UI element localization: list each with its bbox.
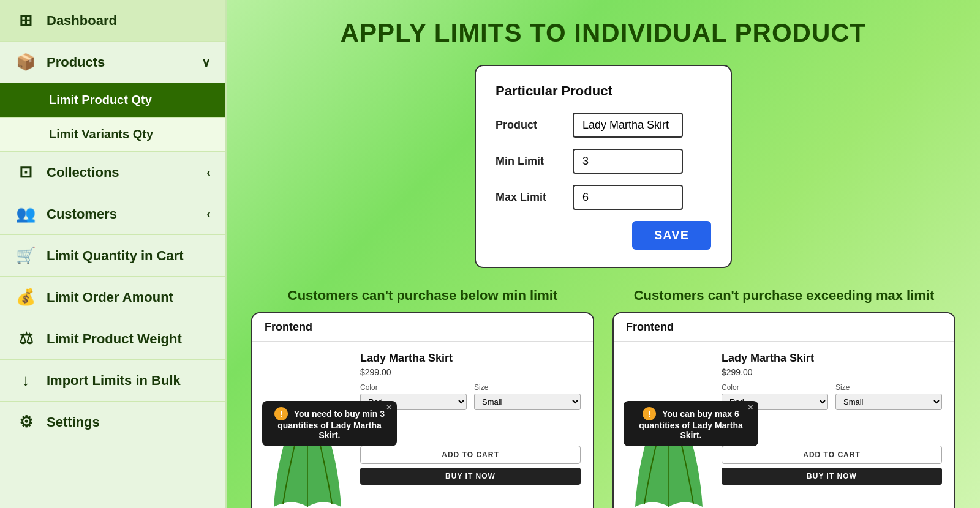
- customers-icon: 👥: [15, 204, 37, 223]
- right-buy-now-button[interactable]: BUY IT NOW: [722, 468, 942, 485]
- min-limit-label: Min Limit: [496, 155, 563, 168]
- sidebar-item-products[interactable]: 📦 Products ∨: [0, 42, 225, 83]
- left-warning-text: You need to buy min 3 quantities of Lady…: [277, 409, 385, 440]
- left-frontend-box: Frontend ✕ ! You need to buy min 3 quant…: [251, 312, 594, 508]
- sidebar-item-limit-product-weight[interactable]: ⚖ Limit Product Weight: [0, 318, 225, 360]
- particular-product-form: Particular Product Product Min Limit Max…: [475, 65, 732, 268]
- sidebar-item-limit-product-qty[interactable]: Limit Product Qty: [0, 83, 225, 118]
- left-size-field: Size Small: [474, 383, 581, 410]
- left-product-price: $299.00: [360, 367, 581, 377]
- size-label: Size: [835, 383, 942, 392]
- sidebar-item-label: Collections: [47, 165, 119, 181]
- weight-icon: ⚖: [15, 329, 37, 348]
- sidebar-item-limit-order-amount[interactable]: 💰 Limit Order Amount: [0, 277, 225, 318]
- sidebar-item-label: Dashboard: [47, 13, 117, 29]
- cart-icon: 🛒: [15, 246, 37, 265]
- right-product-price: $299.00: [722, 367, 942, 377]
- left-caption: Customers can't purchase below min limit: [251, 288, 594, 304]
- chevron-left-icon: ‹: [206, 207, 211, 221]
- right-frontend-body: ✕ ! You can buy max 6 quantities of Lady…: [614, 342, 954, 508]
- sidebar-item-label: Products: [47, 54, 105, 70]
- sidebar-item-label: Settings: [47, 414, 100, 430]
- max-limit-input[interactable]: [573, 185, 683, 210]
- size-select[interactable]: Small: [474, 394, 581, 410]
- sidebar-item-dashboard[interactable]: ⊞ Dashboard: [0, 0, 225, 42]
- form-card-title: Particular Product: [496, 83, 711, 99]
- sidebar-item-label: Customers: [47, 206, 117, 222]
- sidebar-item-limit-quantity-cart[interactable]: 🛒 Limit Quantity in Cart: [0, 235, 225, 277]
- sidebar-item-customers[interactable]: 👥 Customers ‹: [0, 193, 225, 235]
- warning-icon: !: [274, 407, 288, 420]
- sidebar-item-limit-variants-qty[interactable]: Limit Variants Qty: [0, 118, 225, 152]
- sidebar: ⊞ Dashboard 📦 Products ∨ Limit Product Q…: [0, 0, 227, 508]
- chevron-left-icon: ‹: [206, 165, 211, 179]
- sidebar-item-collections[interactable]: ⊡ Collections ‹: [0, 152, 225, 193]
- left-add-to-cart-button[interactable]: ADD TO CART: [360, 446, 581, 464]
- right-column: Customers can't purchase exceeding max l…: [612, 288, 956, 508]
- max-limit-label: Max Limit: [496, 191, 563, 204]
- close-icon[interactable]: ✕: [747, 403, 753, 412]
- size-label: Size: [474, 383, 581, 392]
- product-input[interactable]: [573, 113, 683, 138]
- save-button[interactable]: SAVE: [632, 221, 711, 250]
- chevron-down-icon: ∨: [202, 55, 211, 70]
- left-column: Customers can't purchase below min limit…: [251, 288, 594, 508]
- right-caption: Customers can't purchase exceeding max l…: [612, 288, 956, 304]
- bottom-section: Customers can't purchase below min limit…: [251, 288, 956, 508]
- left-buy-now-button[interactable]: BUY IT NOW: [360, 468, 581, 485]
- sidebar-item-label: Limit Order Amount: [47, 289, 173, 305]
- product-row: Product: [496, 113, 711, 138]
- right-warning-tooltip: ✕ ! You can buy max 6 quantities of Lady…: [624, 401, 758, 446]
- close-icon[interactable]: ✕: [386, 403, 392, 412]
- sidebar-item-label: Limit Product Weight: [47, 331, 182, 347]
- sidebar-item-import-limits[interactable]: ↓ Import Limits in Bulk: [0, 360, 225, 402]
- right-product-name: Lady Martha Skirt: [722, 352, 942, 365]
- import-icon: ↓: [15, 371, 37, 390]
- color-label: Color: [722, 383, 828, 392]
- max-limit-row: Max Limit: [496, 185, 711, 210]
- left-frontend-body: ✕ ! You need to buy min 3 quantities of …: [252, 342, 593, 508]
- left-product-name: Lady Martha Skirt: [360, 352, 581, 365]
- warning-icon: !: [643, 407, 656, 420]
- color-label: Color: [360, 383, 467, 392]
- sidebar-item-label: Limit Quantity in Cart: [47, 248, 184, 264]
- collections-icon: ⊡: [15, 163, 37, 182]
- sidebar-item-settings[interactable]: ⚙ Settings: [0, 402, 225, 443]
- products-icon: 📦: [15, 53, 37, 72]
- sidebar-item-label: Import Limits in Bulk: [47, 373, 181, 389]
- right-size-field: Size Small: [835, 383, 942, 410]
- min-limit-row: Min Limit: [496, 149, 711, 174]
- main-content: APPLY LIMITS TO INDIVIDUAL PRODUCT Parti…: [227, 0, 980, 508]
- product-label: Product: [496, 119, 563, 132]
- right-add-to-cart-button[interactable]: ADD TO CART: [722, 446, 942, 464]
- left-warning-tooltip: ✕ ! You need to buy min 3 quantities of …: [262, 401, 397, 446]
- right-frontend-header: Frontend: [614, 313, 954, 342]
- sidebar-subitem-label: Limit Product Qty: [49, 93, 152, 107]
- size-select[interactable]: Small: [835, 394, 942, 410]
- order-amount-icon: 💰: [15, 288, 37, 307]
- page-title: APPLY LIMITS TO INDIVIDUAL PRODUCT: [251, 18, 956, 48]
- gear-icon: ⚙: [15, 413, 37, 431]
- sidebar-subitem-label: Limit Variants Qty: [49, 127, 153, 141]
- left-frontend-header: Frontend: [252, 313, 593, 342]
- right-frontend-box: Frontend ✕ ! You can buy max 6 quantitie…: [612, 312, 956, 508]
- dashboard-icon: ⊞: [15, 11, 37, 30]
- min-limit-input[interactable]: [573, 149, 683, 174]
